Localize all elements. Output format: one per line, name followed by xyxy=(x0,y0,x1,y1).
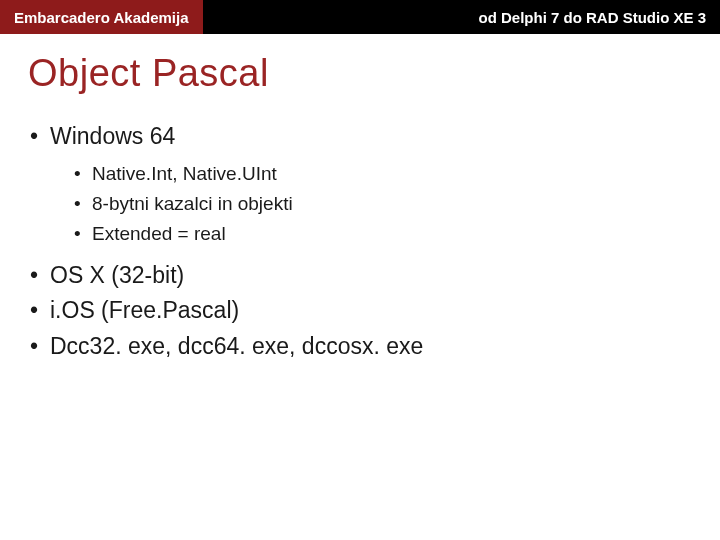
sub-bullet-item: 8-bytni kazalci in objekti xyxy=(50,189,692,219)
bullet-text: OS X (32-bit) xyxy=(50,262,184,288)
bullet-text: Windows 64 xyxy=(50,123,175,149)
header-bar: Embarcadero Akademija od Delphi 7 do RAD… xyxy=(0,0,720,34)
header-left-text: Embarcadero Akademija xyxy=(14,9,189,26)
header-right: od Delphi 7 do RAD Studio XE 3 xyxy=(464,0,720,34)
bullet-item: OS X (32-bit) xyxy=(28,258,692,294)
sub-bullet-text: Extended = real xyxy=(92,223,226,244)
bullet-item: Windows 64 Native.Int, Native.UInt 8-byt… xyxy=(28,119,692,250)
sub-bullet-list: Native.Int, Native.UInt 8-bytni kazalci … xyxy=(50,159,692,250)
header-left-badge: Embarcadero Akademija xyxy=(0,0,203,34)
sub-bullet-text: 8-bytni kazalci in objekti xyxy=(92,193,293,214)
bullet-list: Windows 64 Native.Int, Native.UInt 8-byt… xyxy=(28,119,692,365)
bullet-item: i.OS (Free.Pascal) xyxy=(28,293,692,329)
header-right-text: od Delphi 7 do RAD Studio XE 3 xyxy=(478,9,706,26)
header-spacer xyxy=(203,0,465,34)
slide-content: Object Pascal Windows 64 Native.Int, Nat… xyxy=(0,34,720,365)
bullet-item: Dcc32. exe, dcc64. exe, dccosx. exe xyxy=(28,329,692,365)
bullet-text: Dcc32. exe, dcc64. exe, dccosx. exe xyxy=(50,333,423,359)
sub-bullet-text: Native.Int, Native.UInt xyxy=(92,163,277,184)
sub-bullet-item: Native.Int, Native.UInt xyxy=(50,159,692,189)
sub-bullet-item: Extended = real xyxy=(50,219,692,249)
slide-title: Object Pascal xyxy=(28,52,692,95)
bullet-text: i.OS (Free.Pascal) xyxy=(50,297,239,323)
